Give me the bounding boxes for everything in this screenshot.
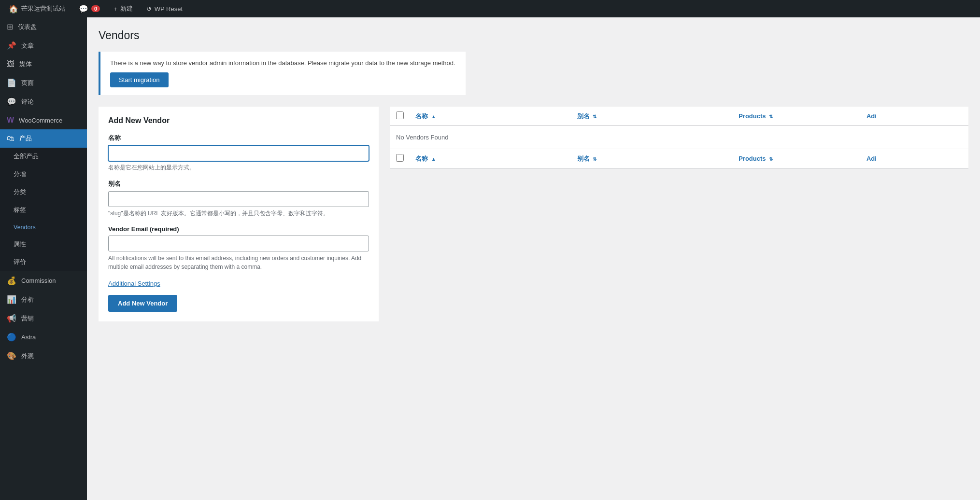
sidebar-item-attributes[interactable]: 属性 bbox=[0, 236, 87, 253]
sidebar: ⊞ 仪表盘 📌 文章 🖼 媒体 📄 页面 💬 评论 W WooCommerce … bbox=[0, 17, 87, 500]
site-icon: 🏠 bbox=[9, 4, 18, 14]
sidebar-item-posts[interactable]: 📌 文章 bbox=[0, 36, 87, 55]
sidebar-item-astra[interactable]: 🔵 Astra bbox=[0, 328, 87, 347]
select-all-footer-checkbox[interactable] bbox=[396, 154, 404, 162]
sidebar-item-products[interactable]: 🛍 产品 bbox=[0, 129, 87, 148]
sidebar-submenu-products: 全部产品 分增 分类 标签 Vendors 属性 评价 bbox=[0, 148, 87, 271]
th-actions-label: Adi bbox=[866, 112, 877, 120]
sidebar-item-reviews[interactable]: 评价 bbox=[0, 253, 87, 271]
select-all-checkbox[interactable] bbox=[396, 111, 404, 119]
sidebar-label-marketing: 营销 bbox=[21, 314, 34, 323]
th-products-label: Products bbox=[739, 112, 766, 120]
admin-bar-comments[interactable]: 💬 0 bbox=[76, 0, 103, 17]
sidebar-item-appearance[interactable]: 🎨 外观 bbox=[0, 347, 87, 365]
sidebar-item-tags[interactable]: 标签 bbox=[0, 201, 87, 219]
th-name-label: 名称 bbox=[415, 112, 428, 120]
sidebar-label-analytics: 分析 bbox=[21, 295, 34, 304]
footer-slug-sort-icon: ⇅ bbox=[593, 156, 597, 162]
th-footer-checkbox bbox=[390, 149, 410, 168]
th-footer-name-label: 名称 bbox=[415, 155, 428, 162]
pages-icon: 📄 bbox=[7, 78, 16, 87]
sidebar-item-all-products[interactable]: 全部产品 bbox=[0, 148, 87, 166]
th-slug-label: 别名 bbox=[577, 112, 590, 120]
admin-bar-wp-reset[interactable]: ↺ WP Reset bbox=[143, 0, 185, 17]
th-footer-slug[interactable]: 别名 ⇅ bbox=[571, 149, 733, 168]
sidebar-label-pages: 页面 bbox=[21, 79, 34, 87]
slug-label: 别名 bbox=[108, 180, 369, 188]
vendor-table: 名称 ▲ 别名 ⇅ Products ⇅ bbox=[390, 107, 968, 168]
vendor-table-container: 名称 ▲ 别名 ⇅ Products ⇅ bbox=[390, 107, 968, 168]
main-layout: ⊞ 仪表盘 📌 文章 🖼 媒体 📄 页面 💬 评论 W WooCommerce … bbox=[0, 17, 980, 500]
sidebar-item-media[interactable]: 🖼 媒体 bbox=[0, 55, 87, 73]
footer-name-sort-icon: ▲ bbox=[431, 156, 436, 162]
slug-input[interactable] bbox=[108, 191, 369, 207]
sidebar-item-comments[interactable]: 💬 评论 bbox=[0, 92, 87, 111]
page-title: Vendors bbox=[99, 29, 968, 42]
sidebar-label-vendors: Vendors bbox=[14, 224, 36, 231]
media-icon: 🖼 bbox=[7, 60, 14, 69]
new-label: 新建 bbox=[120, 4, 133, 13]
sidebar-item-analytics[interactable]: 📊 分析 bbox=[0, 290, 87, 309]
plus-icon: + bbox=[114, 5, 117, 13]
th-footer-products-label: Products bbox=[739, 155, 766, 162]
th-checkbox bbox=[390, 107, 410, 126]
sidebar-label-reviews: 评价 bbox=[14, 258, 26, 266]
slug-hint: "slug"是名称的 URL 友好版本。它通常都是小写的，并且只包含字母、数字和… bbox=[108, 209, 369, 218]
sidebar-label-appearance: 外观 bbox=[21, 352, 34, 361]
start-migration-button[interactable]: Start migration bbox=[110, 72, 169, 87]
th-footer-actions: Adi bbox=[861, 149, 968, 168]
products-sort-icon: ⇅ bbox=[769, 114, 773, 119]
vendor-table-footer: 名称 ▲ 别名 ⇅ Products ⇅ bbox=[390, 149, 968, 168]
add-vendor-form: Add New Vendor 名称 名称是它在您网站上的显示方式。 别名 "sl… bbox=[99, 107, 379, 321]
content-area: Vendors There is a new way to store vend… bbox=[87, 17, 980, 500]
th-footer-products[interactable]: Products ⇅ bbox=[733, 149, 861, 168]
vendor-table-body: No Vendors Found bbox=[390, 126, 968, 149]
admin-bar-site[interactable]: 🏠 芒果运营测试站 bbox=[6, 0, 68, 17]
sidebar-item-dashboard[interactable]: ⊞ 仪表盘 bbox=[0, 17, 87, 36]
sidebar-item-add-new[interactable]: 分增 bbox=[0, 166, 87, 183]
sidebar-label-comments: 评论 bbox=[21, 97, 34, 106]
dashboard-icon: ⊞ bbox=[7, 22, 13, 31]
comment-icon: 💬 bbox=[79, 4, 88, 14]
add-vendor-button[interactable]: Add New Vendor bbox=[108, 295, 177, 312]
two-column-layout: Add New Vendor 名称 名称是它在您网站上的显示方式。 别名 "sl… bbox=[99, 107, 968, 321]
woocommerce-icon: W bbox=[7, 116, 14, 125]
vendor-table-footer-row: 名称 ▲ 别名 ⇅ Products ⇅ bbox=[390, 149, 968, 168]
commission-icon: 💰 bbox=[7, 276, 16, 285]
th-footer-actions-label: Adi bbox=[866, 155, 877, 162]
name-hint: 名称是它在您网站上的显示方式。 bbox=[108, 164, 369, 172]
th-slug[interactable]: 别名 ⇅ bbox=[571, 107, 733, 126]
products-icon: 🛍 bbox=[7, 134, 14, 143]
sidebar-label-add-new: 分增 bbox=[14, 170, 26, 179]
posts-icon: 📌 bbox=[7, 41, 16, 50]
additional-settings-link[interactable]: Additional Settings bbox=[108, 280, 160, 287]
sidebar-label-posts: 文章 bbox=[21, 42, 34, 50]
admin-bar-new[interactable]: + 新建 bbox=[111, 0, 136, 17]
vendor-table-header-row: 名称 ▲ 别名 ⇅ Products ⇅ bbox=[390, 107, 968, 126]
th-name[interactable]: 名称 ▲ bbox=[410, 107, 571, 126]
sidebar-item-pages[interactable]: 📄 页面 bbox=[0, 73, 87, 92]
sidebar-label-media: 媒体 bbox=[19, 60, 32, 69]
name-sort-icon: ▲ bbox=[431, 114, 436, 119]
name-field: 名称 名称是它在您网站上的显示方式。 bbox=[108, 134, 369, 172]
sidebar-label-all-products: 全部产品 bbox=[14, 153, 39, 161]
sidebar-item-woocommerce[interactable]: W WooCommerce bbox=[0, 111, 87, 129]
comments-icon: 💬 bbox=[7, 97, 16, 106]
no-vendors-message: No Vendors Found bbox=[390, 126, 968, 149]
sidebar-item-vendors[interactable]: Vendors bbox=[0, 219, 87, 236]
sidebar-label-dashboard: 仪表盘 bbox=[18, 23, 37, 31]
th-products[interactable]: Products ⇅ bbox=[733, 107, 861, 126]
email-description: All notifications will be sent to this e… bbox=[108, 254, 369, 271]
email-input[interactable] bbox=[108, 236, 369, 251]
reset-icon: ↺ bbox=[146, 5, 152, 13]
email-label: Vendor Email (required) bbox=[108, 225, 369, 233]
appearance-icon: 🎨 bbox=[7, 351, 16, 361]
migration-message: There is a new way to store vendor admin… bbox=[110, 59, 456, 67]
sidebar-label-commission: Commission bbox=[21, 277, 56, 284]
th-actions: Adi bbox=[861, 107, 968, 126]
sidebar-item-marketing[interactable]: 📢 营销 bbox=[0, 309, 87, 328]
name-input[interactable] bbox=[108, 145, 369, 161]
th-footer-name[interactable]: 名称 ▲ bbox=[410, 149, 571, 168]
sidebar-item-categories[interactable]: 分类 bbox=[0, 183, 87, 201]
sidebar-item-commission[interactable]: 💰 Commission bbox=[0, 271, 87, 290]
